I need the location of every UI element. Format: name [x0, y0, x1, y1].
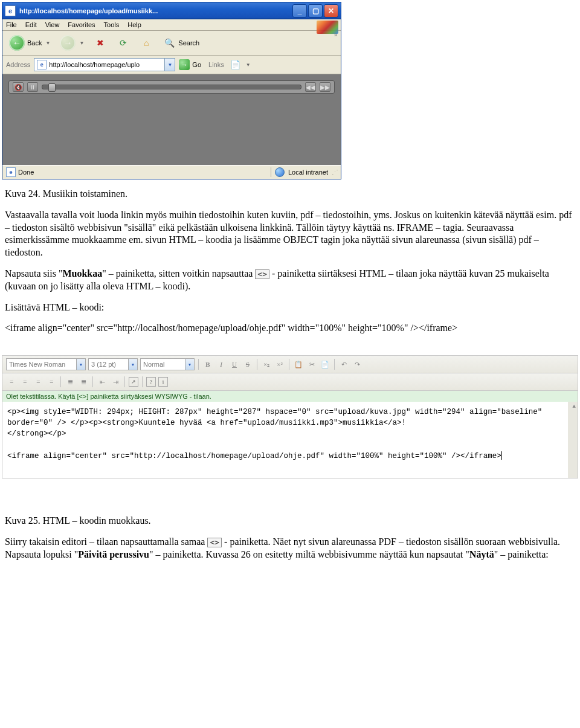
next-button[interactable]: ▶▶: [320, 82, 330, 92]
home-icon: ⌂: [140, 36, 153, 50]
paivita-word: Päivitä perussivu: [78, 549, 149, 559]
go-label: Go: [192, 61, 201, 68]
search-button[interactable]: 🔍 Search: [160, 34, 202, 51]
unordered-list-button[interactable]: ≣: [78, 376, 89, 387]
ie-addressbar: Address e http://localhost/homepage/uplo…: [2, 56, 341, 74]
align-left-button[interactable]: ≡: [6, 376, 17, 387]
code-snippet: <iframe align="center" src="http://local…: [5, 322, 575, 335]
menu-help[interactable]: Help: [127, 21, 141, 28]
search-icon: 🔍: [163, 36, 176, 50]
menu-file[interactable]: File: [6, 21, 17, 28]
pause-button[interactable]: ⏸: [27, 82, 38, 92]
cut-button[interactable]: ✂: [306, 359, 317, 370]
chevron-down-icon: ▼: [128, 359, 137, 370]
code-line-1: <p><img style="WIDTH: 294px; HEIGHT: 287…: [7, 408, 547, 427]
address-label: Address: [6, 61, 30, 68]
outdent-button[interactable]: ⇤: [97, 376, 108, 387]
info-button[interactable]: i: [158, 377, 168, 387]
chevron-down-icon: ▼: [45, 40, 50, 46]
superscript-button[interactable]: ×²: [274, 359, 285, 370]
undo-button[interactable]: ↶: [338, 359, 349, 370]
mute-button[interactable]: 🔇: [13, 82, 24, 92]
resize-grip-icon[interactable]: ⋰: [332, 169, 337, 176]
ie-content-area: 🔇 ⏸ ◀◀ ▶▶: [2, 74, 341, 165]
paragraph-5: Siirry takaisin editori – tilaan napsaut…: [5, 536, 575, 561]
address-input[interactable]: e http://localhost/homepage/uplo ▼: [34, 58, 175, 71]
ordered-list-button[interactable]: ≣: [65, 376, 76, 387]
separator: [257, 359, 257, 370]
paste-button[interactable]: 📄: [320, 359, 330, 370]
links-label: Links: [208, 61, 224, 68]
help-button[interactable]: ?: [146, 377, 156, 387]
prev-button[interactable]: ◀◀: [305, 82, 316, 92]
underline-button[interactable]: U: [229, 359, 240, 370]
ie-statusbar: e Done Local intranet ⋰: [2, 165, 341, 179]
go-button[interactable]: → Go: [179, 59, 201, 70]
chevron-down-icon: ▼: [185, 359, 194, 370]
status-separator: [271, 167, 271, 177]
bold-button[interactable]: B: [202, 359, 213, 370]
window-title: http://localhost/homepage/upload/musiikk…: [19, 7, 292, 14]
strike-button[interactable]: S: [242, 359, 253, 370]
separator: [289, 359, 289, 370]
subscript-button[interactable]: ×₂: [261, 359, 272, 370]
menu-edit[interactable]: Edit: [25, 21, 37, 28]
back-label: Back: [27, 39, 42, 47]
zone-text: Local intranet: [288, 169, 328, 176]
align-right-button[interactable]: ≡: [33, 376, 44, 387]
ie-titlebar[interactable]: e http://localhost/homepage/upload/musii…: [2, 2, 341, 19]
code-toggle-icon: <>: [207, 538, 222, 547]
zone-icon: [275, 167, 285, 177]
forward-arrow-icon: →: [60, 35, 76, 51]
ie-window: e http://localhost/homepage/upload/musii…: [2, 2, 341, 179]
fullscreen-button[interactable]: ↗: [129, 377, 138, 387]
refresh-button[interactable]: ⟳: [114, 34, 133, 51]
maximize-button[interactable]: ▢: [308, 4, 323, 18]
copy-button[interactable]: 📋: [293, 359, 304, 370]
document-body-2: Kuva 25. HTML – koodin muokkaus. Siirry …: [0, 515, 580, 581]
nayta-word: Näytä: [469, 549, 494, 559]
page-icon: e: [37, 60, 47, 69]
size-dropdown[interactable]: 3 (12 pt)▼: [88, 358, 138, 370]
home-button[interactable]: ⌂: [137, 34, 156, 51]
italic-button[interactable]: I: [216, 359, 227, 370]
text-cursor: [501, 451, 502, 460]
search-label: Search: [178, 39, 199, 47]
align-center-button[interactable]: ≡: [19, 376, 30, 387]
address-dropdown-icon[interactable]: ▼: [164, 59, 175, 71]
redo-button[interactable]: ↷: [352, 359, 362, 370]
menu-tools[interactable]: Tools: [104, 21, 120, 28]
ie-page-icon: e: [5, 5, 16, 16]
toolbar-overflow-icon[interactable]: »: [334, 32, 337, 38]
style-dropdown[interactable]: Normal▼: [140, 358, 195, 370]
ie-toolbar: ← Back ▼ → ▼ ✖ ⟳ ⌂ 🔍 Search »: [2, 31, 341, 56]
code-line-2: </strong></p>: [7, 430, 66, 438]
editor-mode-info: Olet tekstitilassa. Käytä [<>] painikett…: [2, 391, 578, 402]
address-value: http://localhost/homepage/uplo: [49, 61, 140, 68]
separator: [124, 376, 125, 387]
font-dropdown[interactable]: Times New Roman▼: [6, 358, 86, 370]
editor-code-area[interactable]: <p><img style="WIDTH: 294px; HEIGHT: 287…: [2, 402, 578, 478]
code-line-3: <iframe align="center" src="http://local…: [7, 452, 501, 460]
menu-favorites[interactable]: Favorites: [68, 21, 95, 28]
pdf-icon[interactable]: 📄: [230, 59, 241, 70]
separator: [198, 359, 199, 370]
figure24-caption: Kuva 24. Musiikin toistaminen.: [5, 188, 575, 201]
media-player: 🔇 ⏸ ◀◀ ▶▶: [8, 80, 335, 94]
stop-button[interactable]: ✖: [91, 34, 110, 51]
minimize-button[interactable]: _: [292, 4, 307, 18]
document-body: Kuva 24. Musiikin toistaminen. Vastaaval…: [0, 188, 580, 355]
menu-view[interactable]: View: [45, 21, 60, 28]
forward-button[interactable]: → ▼: [57, 33, 87, 53]
align-justify-button[interactable]: ≡: [46, 376, 57, 387]
seek-thumb[interactable]: [48, 83, 56, 92]
go-arrow-icon: →: [179, 59, 190, 70]
refresh-icon: ⟳: [117, 36, 130, 50]
seek-track[interactable]: [42, 85, 301, 89]
editor-align-row: ≡ ≡ ≡ ≡ ≣ ≣ ⇤ ⇥ ↗ ? i: [2, 373, 578, 391]
back-button[interactable]: ← Back ▼: [6, 33, 53, 53]
separator: [334, 359, 335, 370]
indent-button[interactable]: ⇥: [110, 376, 121, 387]
close-button[interactable]: ✕: [324, 4, 338, 18]
separator: [92, 376, 93, 387]
